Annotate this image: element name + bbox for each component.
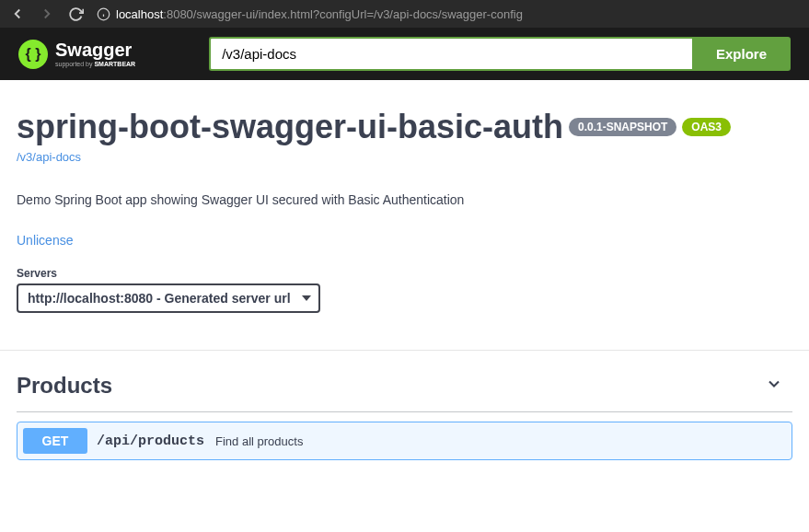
- license-link[interactable]: Unlicense: [17, 233, 73, 248]
- reload-icon[interactable]: [68, 6, 84, 22]
- swagger-logo[interactable]: { } Swagger supported by SMARTBEAR: [18, 40, 135, 69]
- servers-select[interactable]: http://localhost:8080 - Generated server…: [17, 283, 320, 313]
- api-title: spring-boot-swagger-ui-basic-auth: [17, 108, 563, 146]
- http-method-badge: GET: [23, 428, 87, 454]
- chevron-down-icon: [765, 375, 783, 397]
- info-icon[interactable]: [97, 7, 110, 21]
- operation-get-products[interactable]: GET /api/products Find all products: [17, 422, 792, 460]
- browser-address-bar: localhost:8080/swagger-ui/index.html?con…: [0, 0, 809, 28]
- tag-products[interactable]: Products: [17, 360, 792, 412]
- logo-subtitle: supported by SMARTBEAR: [55, 61, 135, 67]
- api-info: spring-boot-swagger-ui-basic-auth 0.0.1-…: [0, 80, 809, 267]
- oas-badge: OAS3: [682, 118, 731, 136]
- servers-section: Servers http://localhost:8080 - Generate…: [0, 267, 809, 331]
- explore-button[interactable]: Explore: [692, 37, 791, 71]
- operation-path: /api/products: [97, 434, 204, 449]
- operation-summary: Find all products: [215, 434, 303, 448]
- forward-icon[interactable]: [39, 6, 55, 22]
- swagger-logo-icon: { }: [18, 40, 48, 69]
- tag-name: Products: [17, 373, 112, 399]
- servers-label: Servers: [17, 267, 792, 280]
- back-icon[interactable]: [9, 6, 26, 22]
- api-description: Demo Spring Boot app showing Swagger UI …: [17, 192, 792, 207]
- url-text[interactable]: localhost:8080/swagger-ui/index.html?con…: [116, 7, 523, 21]
- logo-title: Swagger: [55, 40, 135, 59]
- version-badge: 0.0.1-SNAPSHOT: [569, 118, 676, 136]
- spec-url-input[interactable]: [209, 37, 692, 71]
- spec-link[interactable]: /v3/api-docs: [17, 150, 81, 164]
- swagger-topbar: { } Swagger supported by SMARTBEAR Explo…: [0, 28, 809, 80]
